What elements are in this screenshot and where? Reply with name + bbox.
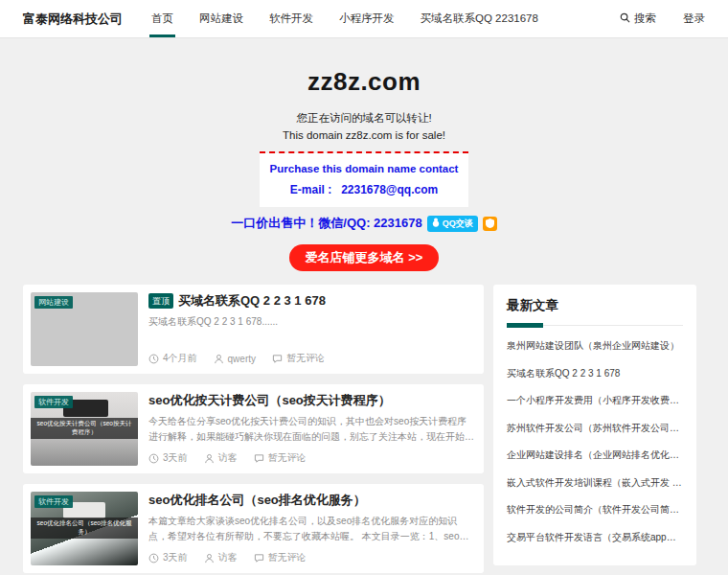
post-card: 网站建设 置顶 买域名联系QQ 2 2 3 1 678 买域名联系QQ 2 2 … — [23, 285, 484, 374]
widget-title-underline — [507, 325, 683, 326]
post-title-text: seo优化排名公司（seo排名优化服务） — [148, 492, 366, 509]
post-excerpt: 买域名联系QQ 2 2 3 1 678...... — [148, 314, 476, 330]
post-meta: 3天前 访客 暂无评论 — [148, 551, 307, 564]
post-date: 3天前 — [148, 551, 188, 564]
nav-item-home[interactable]: 首页 — [151, 0, 173, 37]
nav-item-miniprogram-dev[interactable]: 小程序开发 — [339, 0, 395, 37]
post-title-text: seo优化按天计费公司（seo按天计费程序） — [148, 392, 391, 409]
latest-article-link[interactable]: 苏州软件开发公司（苏州软件开发公司有哪些） — [507, 422, 683, 435]
category-tag[interactable]: 软件开发 — [34, 396, 73, 408]
latest-article-link[interactable]: 软件开发的公司简介（软件开发公司简介范文） — [507, 503, 683, 517]
post-comments: 暂无评论 — [272, 352, 325, 365]
nav-item-software-dev[interactable]: 软件开发 — [269, 0, 313, 37]
post-card: 软件开发 seo优化排名公司（seo排名优化服务） seo优化排名公司（seo排… — [23, 484, 484, 573]
user-icon — [214, 354, 224, 364]
clock-icon — [148, 453, 159, 464]
search-label: 搜索 — [634, 12, 656, 26]
thumbnail-caption: seo优化排名公司（seo排名优化服务） — [31, 518, 138, 539]
search-button[interactable]: 搜索 — [620, 12, 656, 26]
search-icon — [620, 12, 630, 25]
latest-article-link[interactable]: 泉州网站建设团队（泉州企业网站建设） — [507, 339, 683, 353]
comment-icon — [254, 553, 264, 564]
more-domains-button[interactable]: 爱名店铺更多域名 >> — [289, 244, 440, 271]
top-navbar: 富泰网络科技公司 首页 网站建设 软件开发 小程序开发 买域名联系QQ 2231… — [0, 0, 728, 38]
login-button[interactable]: 登录 — [683, 12, 705, 26]
post-body: 置顶 买域名联系QQ 2 2 3 1 678 买域名联系QQ 2 2 3 1 6… — [148, 292, 476, 366]
widget-title-latest: 最新文章 — [507, 297, 683, 314]
post-body: seo优化按天计费公司（seo按天计费程序） 今天给各位分享seo优化按天计费公… — [148, 392, 476, 466]
qq-verified-icon[interactable] — [483, 217, 497, 231]
post-comments: 暂无评论 — [254, 551, 307, 564]
latest-article-link[interactable]: 嵌入式软件开发培训课程（嵌入式开发 培训） — [507, 476, 683, 490]
clock-icon — [148, 553, 159, 564]
sale-price-text: 一口价出售中！微信/QQ: 2231678 — [231, 215, 421, 232]
post-date: 4个月前 — [148, 352, 197, 365]
post-thumbnail[interactable]: 网站建设 — [31, 292, 138, 366]
domain-sale-hero: zz8z.com 您正在访问的域名可以转让! This domain zz8z.… — [0, 38, 728, 271]
latest-articles-widget: 最新文章 泉州网站建设团队（泉州企业网站建设） 买域名联系QQ 2 2 3 1 … — [493, 285, 696, 565]
contact-email: E-mail : 2231678@qq.com — [260, 183, 468, 196]
post-title[interactable]: 置顶 买域名联系QQ 2 2 3 1 678 — [148, 292, 476, 310]
post-title[interactable]: seo优化按天计费公司（seo按天计费程序） — [148, 392, 476, 409]
latest-article-link[interactable]: 交易平台软件开发语言（交易系统app开发） — [507, 531, 683, 544]
domain-name-heading: zz8z.com — [0, 67, 728, 97]
post-author: 访客 — [204, 551, 238, 564]
header-actions: 搜索 登录 — [620, 12, 705, 26]
sale-notice-en: This domain zz8z.com is for sale! — [0, 129, 728, 141]
post-excerpt: 本篇文章给大家谈谈seo优化排名公司，以及seo排名优化服务对应的知识点，希望对… — [148, 514, 476, 544]
clock-icon — [148, 354, 159, 364]
post-thumbnail[interactable]: 软件开发 seo优化按天计费公司（seo按天计费程序） — [31, 392, 138, 466]
post-thumbnail[interactable]: 软件开发 seo优化排名公司（seo排名优化服务） — [31, 492, 138, 565]
post-date: 3天前 — [148, 451, 188, 465]
category-tag[interactable]: 网站建设 — [34, 296, 73, 309]
sticky-badge: 置顶 — [148, 293, 173, 309]
user-icon — [204, 453, 215, 464]
post-author: 访客 — [204, 451, 238, 465]
qq-chat-button[interactable]: QQ交谈 — [427, 216, 478, 232]
post-author: qwerty — [214, 354, 256, 364]
post-comments: 暂无评论 — [254, 451, 307, 465]
nav-item-buy-domain-qq[interactable]: 买域名联系QQ 2231678 — [421, 0, 538, 37]
post-excerpt: 今天给各位分享seo优化按天计费公司的知识，其中也会对seo按天计费程序进行解释… — [148, 414, 476, 445]
main-nav: 首页 网站建设 软件开发 小程序开发 买域名联系QQ 2231678 — [151, 0, 564, 37]
post-meta: 4个月前 qwerty 暂无评论 — [148, 352, 325, 365]
post-list: 网站建设 置顶 买域名联系QQ 2 2 3 1 678 买域名联系QQ 2 2 … — [23, 285, 484, 575]
main-content: 网站建设 置顶 买域名联系QQ 2 2 3 1 678 买域名联系QQ 2 2 … — [0, 271, 728, 575]
latest-article-link[interactable]: 企业网站建设排名（企业网站排名优化公司） — [507, 448, 683, 462]
purchase-title: Purchase this domain name contact — [260, 163, 468, 174]
thumbnail-caption: seo优化按天计费公司（seo按天计费程序） — [31, 418, 138, 439]
comment-icon — [272, 354, 283, 364]
post-body: seo优化排名公司（seo排名优化服务） 本篇文章给大家谈谈seo优化排名公司，… — [148, 492, 476, 565]
comment-icon — [254, 453, 264, 464]
post-title-text: 买域名联系QQ 2 2 3 1 678 — [178, 292, 326, 310]
latest-article-link[interactable]: 买域名联系QQ 2 2 3 1 678 — [507, 367, 683, 380]
sidebar: 最新文章 泉州网站建设团队（泉州企业网站建设） 买域名联系QQ 2 2 3 1 … — [493, 285, 696, 575]
post-meta: 3天前 访客 暂无评论 — [148, 451, 307, 465]
qq-chat-label: QQ交谈 — [443, 218, 473, 230]
latest-article-link[interactable]: 一个小程序开发费用（小程序开发收费标准） — [507, 394, 683, 407]
user-icon — [204, 553, 215, 564]
sale-price-line: 一口价出售中！微信/QQ: 2231678 QQ交谈 — [0, 215, 728, 232]
purchase-contact-box: Purchase this domain name contact E-mail… — [260, 153, 468, 207]
post-title[interactable]: seo优化排名公司（seo排名优化服务） — [148, 492, 476, 509]
nav-item-website-build[interactable]: 网站建设 — [199, 0, 243, 37]
qq-penguin-icon — [432, 218, 440, 229]
post-card: 软件开发 seo优化按天计费公司（seo按天计费程序） seo优化按天计费公司（… — [23, 384, 484, 473]
category-tag[interactable]: 软件开发 — [34, 495, 73, 508]
site-logo[interactable]: 富泰网络科技公司 — [23, 11, 123, 28]
sale-notice-cn: 您正在访问的域名可以转让! — [0, 111, 728, 126]
